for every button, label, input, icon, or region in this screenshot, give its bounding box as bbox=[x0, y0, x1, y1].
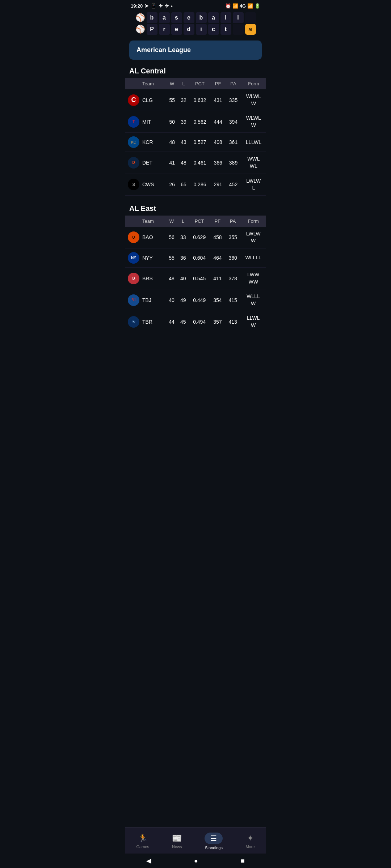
team-logo-BAO: O bbox=[128, 231, 139, 243]
pct-NYY: 0.604 bbox=[189, 248, 210, 267]
pf-BRS: 411 bbox=[210, 267, 225, 289]
al-central-heading: AL Central bbox=[125, 65, 266, 78]
form-DET: WWLWL bbox=[241, 152, 266, 174]
pct-DET: 0.461 bbox=[189, 152, 210, 174]
team-abbr-BAO: BAO bbox=[142, 234, 153, 240]
al-east-table: Team W L PCT PF PA Form O BAO 56 bbox=[125, 216, 266, 333]
table-row: D DET 41 48 0.461 366 389 WWLWL bbox=[125, 152, 266, 174]
league-banner[interactable]: American League bbox=[129, 41, 262, 60]
team-abbr-BRS: BRS bbox=[142, 276, 153, 281]
pa-TBJ: 415 bbox=[225, 289, 240, 311]
al-central-table: Team W L PCT PF PA Form C CLG 55 bbox=[125, 78, 266, 196]
team-cell-MIT: T MIT bbox=[125, 111, 166, 133]
pct-TBR: 0.494 bbox=[189, 311, 210, 333]
team-cell-CLG: C CLG bbox=[125, 89, 166, 111]
col-team: Team bbox=[125, 216, 166, 227]
team-cell-KCR: KC KCR bbox=[125, 133, 166, 152]
status-time: 19:20 ➤ 📱 ✈ ✈ • bbox=[131, 3, 173, 9]
wins-CLG: 55 bbox=[166, 89, 178, 111]
losses-TBJ: 49 bbox=[177, 289, 189, 311]
pct-KCR: 0.527 bbox=[189, 133, 210, 152]
al-east-heading: AL East bbox=[125, 203, 266, 216]
form-BRS: LWWWW bbox=[240, 267, 266, 289]
wins-KCR: 48 bbox=[166, 133, 178, 152]
team-logo-TBR: ☀ bbox=[128, 316, 139, 328]
team-logo-BRS: B bbox=[128, 273, 139, 284]
wins-TBR: 44 bbox=[166, 311, 177, 333]
table-row: T MIT 50 39 0.562 444 394 WLWLW bbox=[125, 111, 266, 133]
team-cell-TBR: ☀ TBR bbox=[125, 311, 166, 333]
col-l: L bbox=[177, 216, 189, 227]
team-cell-BRS: B BRS bbox=[125, 267, 166, 289]
wins-BRS: 48 bbox=[166, 267, 177, 289]
team-cell-DET: D DET bbox=[125, 152, 166, 174]
wins-DET: 41 bbox=[166, 152, 178, 174]
wins-NYY: 55 bbox=[166, 248, 177, 267]
col-l: L bbox=[178, 78, 189, 89]
team-abbr-KCR: KCR bbox=[142, 139, 153, 145]
losses-BAO: 33 bbox=[177, 227, 189, 248]
team-abbr-DET: DET bbox=[142, 160, 152, 166]
pf-BAO: 458 bbox=[210, 227, 225, 248]
team-logo-CWS: S bbox=[128, 179, 139, 190]
status-bar: 19:20 ➤ 📱 ✈ ✈ • ⏰ 📶 4G 📶 🔋 bbox=[125, 0, 266, 10]
form-CWS: LWLWL bbox=[241, 174, 266, 195]
al-east-header-row: Team W L PCT PF PA Form bbox=[125, 216, 266, 227]
table-row: ☀ TBR 44 45 0.494 357 413 LLWLW bbox=[125, 311, 266, 333]
wins-MIT: 50 bbox=[166, 111, 178, 133]
form-NYY: WLLLL bbox=[240, 248, 266, 267]
pf-MIT: 444 bbox=[210, 111, 226, 133]
pf-TBR: 357 bbox=[210, 311, 225, 333]
losses-CWS: 65 bbox=[178, 174, 189, 195]
col-form: Form bbox=[241, 78, 266, 89]
losses-DET: 48 bbox=[178, 152, 189, 174]
app-title-row1: ⚾ b a s e b a l l bbox=[135, 12, 256, 23]
league-name: American League bbox=[136, 46, 191, 54]
al-central-header-row: Team W L PCT PF PA Form bbox=[125, 78, 266, 89]
pct-MIT: 0.562 bbox=[189, 111, 210, 133]
losses-TBR: 45 bbox=[177, 311, 189, 333]
form-TBR: LLWLW bbox=[240, 311, 266, 333]
col-w: W bbox=[166, 216, 177, 227]
pct-TBJ: 0.449 bbox=[189, 289, 210, 311]
form-KCR: LLLWL bbox=[241, 133, 266, 152]
team-cell-TBJ: BJ TBJ bbox=[125, 289, 166, 311]
pa-CLG: 335 bbox=[226, 89, 241, 111]
wins-TBJ: 40 bbox=[166, 289, 177, 311]
form-MIT: WLWLW bbox=[241, 111, 266, 133]
pct-CWS: 0.286 bbox=[189, 174, 210, 195]
pf-TBJ: 354 bbox=[210, 289, 225, 311]
team-logo-TBJ: BJ bbox=[128, 294, 139, 306]
pa-MIT: 394 bbox=[226, 111, 241, 133]
table-row: O BAO 56 33 0.629 458 355 LWLWW bbox=[125, 227, 266, 248]
team-cell-NYY: NY NYY bbox=[125, 248, 166, 267]
pct-CLG: 0.632 bbox=[189, 89, 210, 111]
pa-KCR: 361 bbox=[226, 133, 241, 152]
al-east-section: AL East Team W L PCT PF PA Form O B bbox=[125, 203, 266, 333]
team-abbr-CLG: CLG bbox=[142, 97, 153, 103]
col-pf: PF bbox=[210, 216, 225, 227]
form-BAO: LWLWW bbox=[240, 227, 266, 248]
team-logo-KCR: KC bbox=[128, 136, 139, 148]
pf-NYY: 464 bbox=[210, 248, 225, 267]
team-cell-CWS: S CWS bbox=[125, 174, 166, 195]
pct-BRS: 0.545 bbox=[189, 267, 210, 289]
col-w: W bbox=[166, 78, 178, 89]
team-logo-MIT: T bbox=[128, 116, 139, 128]
wins-BAO: 56 bbox=[166, 227, 177, 248]
status-icons: ⏰ 📶 4G 📶 🔋 bbox=[225, 3, 260, 9]
col-team: Team bbox=[125, 78, 166, 89]
team-abbr-TBJ: TBJ bbox=[142, 297, 151, 303]
col-form: Form bbox=[240, 216, 266, 227]
pa-NYY: 360 bbox=[225, 248, 240, 267]
losses-NYY: 36 bbox=[177, 248, 189, 267]
pf-DET: 366 bbox=[210, 152, 226, 174]
team-abbr-NYY: NYY bbox=[142, 255, 153, 261]
team-abbr-TBR: TBR bbox=[142, 319, 152, 325]
col-pa: PA bbox=[225, 216, 240, 227]
table-row: C CLG 55 32 0.632 431 335 WLWLW bbox=[125, 89, 266, 111]
col-pf: PF bbox=[210, 78, 226, 89]
wins-CWS: 26 bbox=[166, 174, 178, 195]
pa-DET: 389 bbox=[226, 152, 241, 174]
pa-BAO: 355 bbox=[225, 227, 240, 248]
